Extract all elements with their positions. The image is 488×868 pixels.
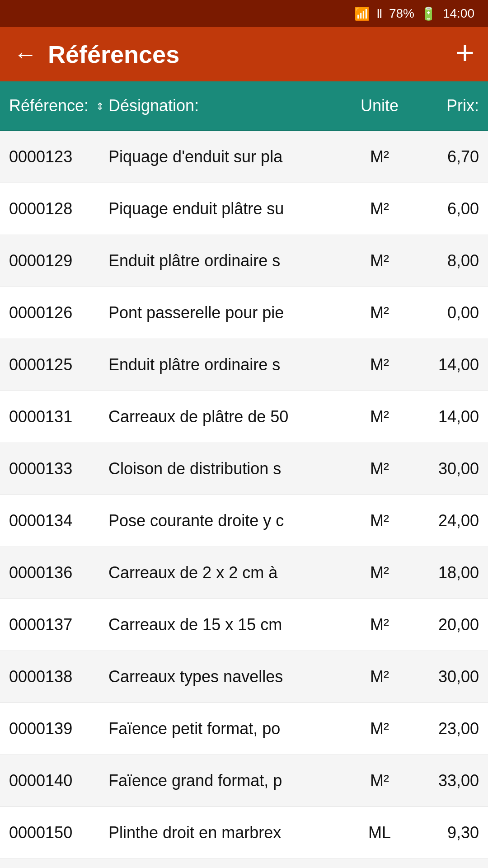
cell-ref: 0000140 (9, 771, 108, 790)
sort-icon[interactable]: ⇕ (96, 101, 104, 113)
time-text: 14:00 (443, 6, 474, 21)
add-button[interactable]: + (455, 36, 474, 69)
table-row[interactable]: 0000136 Carreaux de 2 x 2 cm à M² 18,00 (0, 547, 488, 599)
cell-ref: 0000134 (9, 511, 108, 530)
col-header-reference: Référence: ⇕ (9, 96, 108, 115)
cell-ref: 0000129 (9, 251, 108, 270)
cell-designation: Piquage d'enduit sur pla (108, 147, 343, 166)
cell-designation: Carreaux de plâtre de 50 (108, 407, 343, 426)
table-row[interactable]: 0000126 Pont passerelle pour pie M² 0,00 (0, 287, 488, 339)
cell-prix: 20,00 (416, 615, 479, 634)
status-icons: 📶 Ⅱ 78% 🔋 14:00 (354, 6, 474, 21)
cell-prix: 23,00 (416, 719, 479, 738)
signal-icon: Ⅱ (376, 6, 383, 21)
cell-designation: Enduit plâtre ordinaire s (108, 251, 343, 270)
back-button[interactable]: ← (14, 42, 37, 66)
cell-designation: Cloison de distribution s (108, 459, 343, 478)
cell-designation: Faïence petit format, po (108, 719, 343, 738)
cell-ref: 0000138 (9, 667, 108, 686)
table-row[interactable]: 0000151 Plinthe droit en faïence ML 8,20 (0, 859, 488, 868)
cell-unite: M² (343, 251, 416, 270)
page-title: Références (48, 40, 179, 68)
cell-unite: M² (343, 771, 416, 790)
cell-prix: 33,00 (416, 771, 479, 790)
cell-unite: M² (343, 355, 416, 374)
cell-designation: Carreaux de 2 x 2 cm à (108, 563, 343, 582)
cell-designation: Carreaux types navelles (108, 667, 343, 686)
status-bar: 📶 Ⅱ 78% 🔋 14:00 (0, 0, 488, 27)
app-bar-left: ← Références (14, 40, 179, 68)
battery-icon: 🔋 (421, 6, 436, 21)
table-row[interactable]: 0000139 Faïence petit format, po M² 23,0… (0, 703, 488, 755)
cell-ref: 0000125 (9, 355, 108, 374)
cell-unite: M² (343, 459, 416, 478)
cell-prix: 30,00 (416, 459, 479, 478)
cell-unite: M² (343, 615, 416, 634)
table-row[interactable]: 0000140 Faïence grand format, p M² 33,00 (0, 755, 488, 807)
cell-prix: 14,00 (416, 407, 479, 426)
col-header-unite: Unite (343, 96, 416, 115)
cell-prix: 30,00 (416, 667, 479, 686)
cell-ref: 0000128 (9, 199, 108, 218)
cell-ref: 0000137 (9, 615, 108, 634)
wifi-icon: 📶 (354, 6, 370, 21)
battery-text: 78% (389, 6, 414, 21)
cell-ref: 0000136 (9, 563, 108, 582)
cell-designation: Faïence grand format, p (108, 771, 343, 790)
cell-designation: Enduit plâtre ordinaire s (108, 355, 343, 374)
cell-unite: M² (343, 667, 416, 686)
table-row[interactable]: 0000125 Enduit plâtre ordinaire s M² 14,… (0, 339, 488, 391)
col-header-designation: Désignation: (108, 96, 343, 115)
cell-unite: M² (343, 407, 416, 426)
cell-unite: M² (343, 511, 416, 530)
table-row[interactable]: 0000131 Carreaux de plâtre de 50 M² 14,0… (0, 391, 488, 443)
table-row[interactable]: 0000123 Piquage d'enduit sur pla M² 6,70 (0, 131, 488, 183)
cell-prix: 6,70 (416, 147, 479, 166)
col-header-prix: Prix: (416, 96, 479, 115)
cell-unite: M² (343, 719, 416, 738)
cell-prix: 18,00 (416, 563, 479, 582)
cell-prix: 0,00 (416, 303, 479, 322)
cell-prix: 8,00 (416, 251, 479, 270)
cell-ref: 0000123 (9, 147, 108, 166)
cell-ref: 0000126 (9, 303, 108, 322)
app-bar: ← Références + (0, 27, 488, 81)
table-row[interactable]: 0000128 Piquage enduit plâtre su M² 6,00 (0, 183, 488, 235)
table-row[interactable]: 0000129 Enduit plâtre ordinaire s M² 8,0… (0, 235, 488, 287)
cell-unite: M² (343, 563, 416, 582)
cell-designation: Pose courante droite y c (108, 511, 343, 530)
cell-designation: Piquage enduit plâtre su (108, 199, 343, 218)
table-row[interactable]: 0000138 Carreaux types navelles M² 30,00 (0, 651, 488, 703)
table-row[interactable]: 0000133 Cloison de distribution s M² 30,… (0, 443, 488, 495)
cell-ref: 0000131 (9, 407, 108, 426)
cell-prix: 6,00 (416, 199, 479, 218)
cell-designation: Plinthe droit en marbrex (108, 823, 343, 842)
table-body: 0000123 Piquage d'enduit sur pla M² 6,70… (0, 131, 488, 868)
table-row[interactable]: 0000134 Pose courante droite y c M² 24,0… (0, 495, 488, 547)
cell-ref: 0000139 (9, 719, 108, 738)
cell-prix: 9,30 (416, 823, 479, 842)
table-row[interactable]: 0000150 Plinthe droit en marbrex ML 9,30 (0, 807, 488, 859)
table-header: Référence: ⇕ Désignation: Unite Prix: (0, 81, 488, 131)
cell-ref: 0000133 (9, 459, 108, 478)
cell-designation: Pont passerelle pour pie (108, 303, 343, 322)
cell-unite: M² (343, 199, 416, 218)
table-row[interactable]: 0000137 Carreaux de 15 x 15 cm M² 20,00 (0, 599, 488, 651)
cell-unite: ML (343, 823, 416, 842)
cell-prix: 24,00 (416, 511, 479, 530)
cell-unite: M² (343, 147, 416, 166)
cell-ref: 0000150 (9, 823, 108, 842)
cell-unite: M² (343, 303, 416, 322)
cell-designation: Carreaux de 15 x 15 cm (108, 615, 343, 634)
cell-prix: 14,00 (416, 355, 479, 374)
